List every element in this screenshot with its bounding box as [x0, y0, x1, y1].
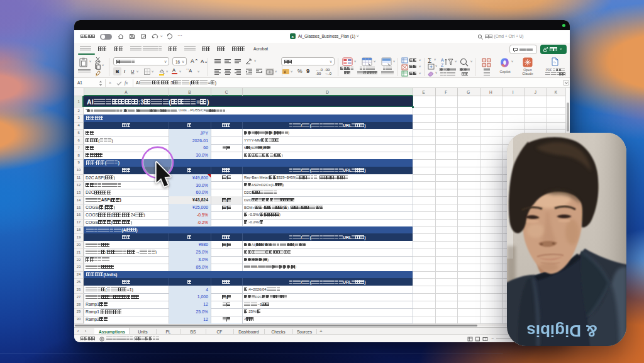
svg-text:& Digibis: & Digibis	[526, 321, 597, 340]
svg-text:¥: ¥	[284, 70, 286, 74]
svg-text:A: A	[441, 58, 444, 62]
svg-text:Z: Z	[441, 63, 444, 67]
